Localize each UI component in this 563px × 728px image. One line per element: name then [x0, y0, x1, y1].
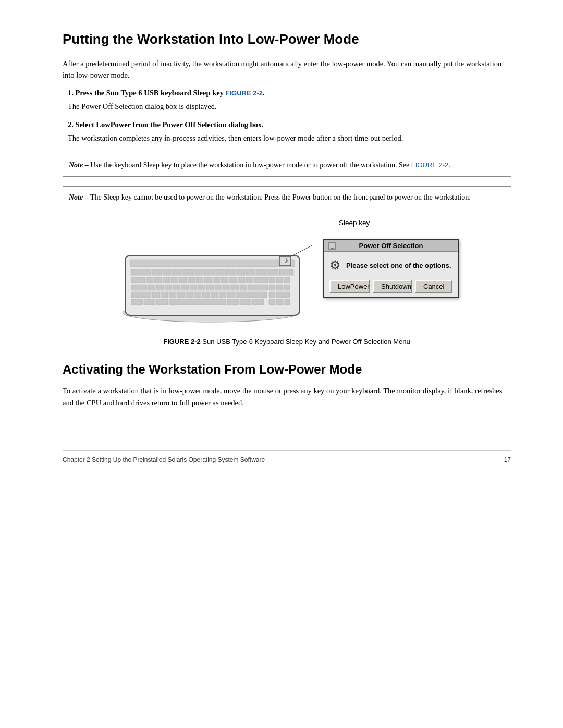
svg-rect-30 [221, 277, 228, 283]
svg-rect-61 [194, 292, 201, 298]
dialog-warning-icon: ⚙ [329, 258, 341, 273]
svg-rect-16 [256, 269, 266, 275]
svg-rect-47 [215, 285, 222, 290]
note-2-text: The Sleep key cannot be used to power on… [89, 193, 471, 201]
section1-intro: After a predetermined period of inactivi… [63, 58, 511, 81]
svg-rect-8 [173, 269, 182, 275]
svg-line-81 [291, 240, 313, 256]
keyboard-wrap: ☽ [115, 224, 318, 330]
svg-rect-69 [131, 299, 143, 305]
figure-caption: FIGURE 2-2 Sun USB Type-6 Keyboard Sleep… [163, 338, 410, 346]
svg-rect-27 [196, 277, 203, 283]
svg-rect-75 [252, 299, 264, 305]
svg-rect-67 [269, 292, 275, 298]
svg-rect-43 [181, 285, 189, 290]
svg-rect-33 [246, 277, 253, 283]
cancel-button[interactable]: Cancel [415, 280, 452, 293]
svg-rect-53 [276, 285, 283, 290]
note-1: Note – Use the keyboard Sleep key to pla… [63, 154, 511, 177]
svg-rect-58 [169, 292, 176, 298]
svg-rect-15 [246, 269, 255, 275]
svg-rect-63 [211, 292, 218, 298]
step-1-fig-link[interactable]: FIGURE 2-2 [226, 89, 263, 97]
svg-rect-59 [177, 292, 185, 298]
step-1: 1. Press the Sun Type 6 USB keyboard Sle… [68, 89, 511, 112]
svg-rect-52 [269, 285, 275, 290]
svg-rect-78 [284, 299, 290, 305]
step-1-label-pre: Press the Sun Type 6 USB keyboard Sleep … [76, 89, 226, 97]
footer-right: 17 [504, 456, 511, 463]
svg-rect-37 [284, 277, 290, 283]
svg-rect-17 [267, 269, 278, 275]
svg-rect-12 [215, 269, 224, 275]
svg-rect-18 [279, 269, 286, 275]
svg-rect-6 [152, 269, 162, 275]
dialog-buttons: LowPower Shutdown Cancel [329, 280, 452, 293]
svg-rect-56 [152, 292, 160, 298]
note-2: Note – The Sleep key cannot be used to p… [63, 186, 511, 209]
svg-rect-5 [142, 269, 151, 275]
svg-text:☽: ☽ [283, 257, 288, 264]
svg-rect-77 [276, 299, 283, 305]
step-2-label-text: Select LowPower from the Power Off Selec… [76, 120, 264, 129]
svg-rect-54 [284, 285, 290, 290]
svg-rect-48 [223, 285, 230, 290]
svg-rect-70 [144, 299, 155, 305]
svg-rect-28 [204, 277, 212, 283]
lowpower-button[interactable]: LowPower [329, 280, 370, 293]
step-1-number: 1. [68, 89, 76, 97]
svg-rect-9 [183, 269, 193, 275]
svg-rect-41 [165, 285, 172, 290]
note-1-link[interactable]: FIGURE 2-2 [411, 161, 449, 169]
svg-rect-11 [204, 269, 214, 275]
svg-rect-23 [163, 277, 170, 283]
svg-rect-19 [287, 269, 293, 275]
dialog-message-text: Please select one of the options. [346, 262, 451, 269]
keyboard-svg: ☽ [115, 224, 313, 328]
svg-rect-64 [219, 292, 226, 298]
footer: Chapter 2 Setting Up the Preinstalled So… [63, 450, 511, 463]
svg-rect-62 [202, 292, 210, 298]
svg-rect-25 [179, 277, 187, 283]
svg-rect-26 [188, 277, 195, 283]
svg-rect-21 [146, 277, 153, 283]
svg-rect-66 [236, 292, 267, 298]
figure-area: ☽ Sleep key _ Power Off Selection [63, 224, 511, 346]
dialog-title: Power Off Selection [359, 242, 423, 250]
svg-rect-65 [227, 292, 235, 298]
sleep-key-label: Sleep key [339, 219, 370, 227]
step-2-label: 2. Select LowPower from the Power Off Se… [68, 120, 511, 129]
svg-rect-38 [131, 285, 147, 290]
step-2: 2. Select LowPower from the Power Off Se… [68, 120, 511, 144]
svg-rect-46 [206, 285, 214, 290]
svg-rect-35 [269, 277, 275, 283]
svg-rect-36 [276, 277, 283, 283]
svg-rect-24 [171, 277, 178, 283]
step-2-body: The workstation completes any in-process… [68, 132, 511, 144]
dialog-minimize-btn[interactable]: _ [328, 242, 336, 250]
svg-rect-44 [190, 285, 197, 290]
svg-rect-22 [154, 277, 162, 283]
svg-rect-60 [186, 292, 193, 298]
svg-rect-31 [229, 277, 237, 283]
note-1-prefix: Note – [69, 161, 89, 169]
svg-rect-34 [254, 277, 268, 283]
note-1-text: Use the keyboard Sleep key to place the … [89, 161, 411, 169]
footer-left: Chapter 2 Setting Up the Preinstalled So… [63, 456, 265, 463]
svg-rect-13 [225, 269, 235, 275]
shutdown-button[interactable]: Shutdown [373, 280, 412, 293]
dialog-body: ⚙ Please select one of the options. LowP… [324, 252, 458, 297]
svg-rect-14 [236, 269, 245, 275]
dialog-titlebar: _ Power Off Selection [324, 240, 458, 252]
svg-rect-10 [194, 269, 203, 275]
svg-rect-45 [198, 285, 205, 290]
svg-rect-71 [156, 299, 168, 305]
svg-rect-20 [131, 277, 145, 283]
step-1-body: The Power Off Selection dialog box is di… [68, 101, 511, 112]
step-1-label-post: . [263, 89, 265, 97]
section2-body: To activate a workstation that is in low… [63, 385, 511, 409]
dialog-message-row: ⚙ Please select one of the options. [329, 258, 452, 273]
right-section: Sleep key _ Power Off Selection ⚙ Please… [323, 219, 459, 298]
svg-rect-74 [240, 299, 251, 305]
figure-caption-bold: FIGURE 2-2 [163, 338, 201, 346]
